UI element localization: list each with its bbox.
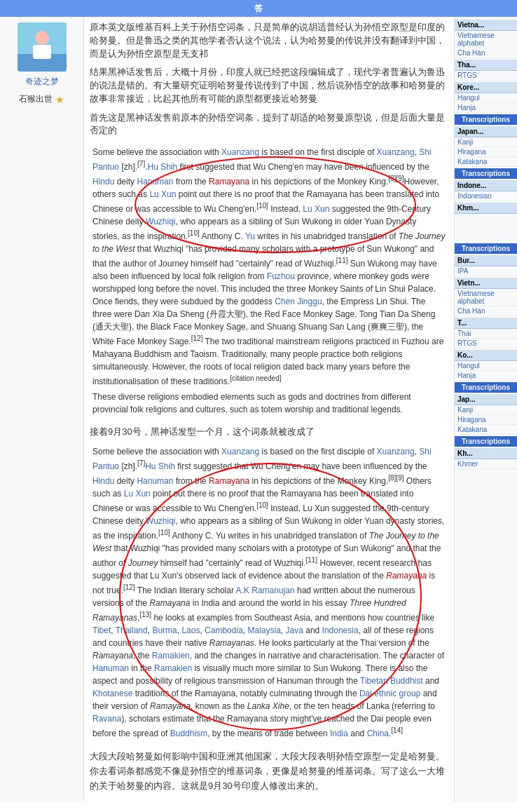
- rs-header-indonesian: Indone...: [455, 180, 517, 191]
- rs-item-hangul[interactable]: Hangul: [455, 93, 517, 103]
- link-lu-xun[interactable]: Lu Xun: [149, 189, 176, 199]
- top-bar-label: 答: [254, 3, 263, 15]
- link-ramakien[interactable]: Ramakien: [152, 651, 190, 661]
- link-xuanzang-2[interactable]: Xuanzang: [377, 147, 415, 157]
- wiki-text-1: Some believe the association with Xuanza…: [90, 143, 448, 421]
- link-wuzhiqi-2[interactable]: Wuzhiqi: [146, 516, 175, 526]
- link-india[interactable]: India: [330, 729, 348, 738]
- rs-header-khmer-2: Kh...: [455, 448, 517, 459]
- link-wuzhiqi[interactable]: Wuzhiqi: [146, 217, 175, 226]
- link-hu-shih-2[interactable]: Hu Shih: [145, 461, 175, 471]
- svg-point-2: [35, 31, 49, 45]
- rs-item-khmer[interactable]: Khmer: [455, 459, 517, 469]
- rs-transcriptions-1: Transcriptions: [455, 114, 517, 125]
- sidebar-sub-label: 石猴出世: [19, 93, 53, 105]
- username-label[interactable]: 奇迹之梦: [25, 76, 59, 88]
- rs-item-hiragana-2[interactable]: Hiragana: [455, 415, 517, 425]
- link-ak-ramanujan[interactable]: A.K Ramanujan: [236, 586, 295, 595]
- rs-item-thai[interactable]: Thai: [455, 329, 517, 339]
- avatar: [18, 22, 67, 72]
- rs-item-katakana-2[interactable]: Katakana: [455, 425, 517, 435]
- bottom-comment: 大段大段哈努曼如何影响中国和亚洲其他国家，大段大段表明孙悟空原型一定是哈努曼。你…: [90, 750, 448, 793]
- link-buddhism[interactable]: Buddhism: [170, 729, 207, 738]
- sidebar-sub-item: 石猴出世 ★: [19, 93, 64, 105]
- wiki-text-2: Some believe the association with Xuanza…: [90, 442, 448, 745]
- link-lu-xun-3[interactable]: Lu Xun: [124, 489, 151, 499]
- link-thailand[interactable]: Thailand: [116, 625, 148, 635]
- rs-header-japan: Japan...: [455, 126, 517, 137]
- rs-item-cha-han-2[interactable]: Cha Hán: [455, 306, 517, 316]
- rs-item-hiragana[interactable]: Hiragana: [455, 147, 517, 157]
- link-fuzhou[interactable]: Fuzhou: [267, 271, 295, 281]
- link-tibet[interactable]: Tibet: [92, 625, 111, 635]
- rs-item-cha-han[interactable]: Cha Hán: [455, 48, 517, 58]
- link-hanuman-2[interactable]: Hanuman: [137, 476, 173, 486]
- link-malaysia[interactable]: Malaysia: [247, 625, 280, 635]
- rs-item-viet-alpha-2[interactable]: Vietnamese alphabet: [455, 289, 517, 306]
- link-dai[interactable]: Dai ethnic group: [359, 689, 420, 698]
- link-china[interactable]: China: [367, 729, 389, 738]
- link-hanuman[interactable]: Hanuman: [137, 177, 173, 187]
- link-indonesia[interactable]: Indonesia: [322, 625, 359, 635]
- rs-header-thai: Tha...: [455, 60, 517, 71]
- rs-transcriptions-4: Transcriptions: [455, 382, 517, 393]
- rs-item-hangul-2[interactable]: Hangul: [455, 361, 517, 371]
- intro-text-2: 结果黑神话发售后，大概十月份，印度人就已经把这段编辑成了，现代学者普遍认为鲁迅的…: [90, 66, 448, 105]
- rs-item-hanja-2[interactable]: Hanja: [455, 371, 517, 381]
- rs-item-kanji[interactable]: Kanji: [455, 137, 517, 147]
- rs-header-jap-2: Jap...: [455, 394, 517, 405]
- link-xuanzang-4[interactable]: Xuanzang: [377, 447, 415, 456]
- rs-item-viet-alpha[interactable]: Vietnamese alphabet: [455, 31, 517, 48]
- rs-header-burmese: Bur...: [455, 255, 517, 266]
- anthony-text: Anthony: [201, 231, 232, 241]
- link-burma[interactable]: Burma: [152, 625, 177, 635]
- rs-item-kanji-2[interactable]: Kanji: [455, 405, 517, 415]
- link-yu[interactable]: Yu: [245, 231, 255, 241]
- rs-item-rtgs[interactable]: RTGS: [455, 71, 517, 81]
- link-lu-xun-2[interactable]: Lu Xun: [303, 204, 329, 214]
- rs-item-ipa[interactable]: IPA: [455, 266, 517, 276]
- link-java[interactable]: Java: [286, 625, 303, 635]
- rs-section-jap-2: Jap... Kanji Hiragana Katakana: [455, 394, 517, 435]
- rs-section-burmese: Bur... IPA: [455, 255, 517, 276]
- rs-section-japan: Japan... Kanji Hiragana Katakana: [455, 126, 517, 167]
- link-ramayana-2[interactable]: Ramayana: [209, 476, 249, 486]
- link-hanuman-3[interactable]: Hanuman: [92, 663, 129, 673]
- left-sidebar: 奇迹之梦 石猴出世 ★: [0, 17, 84, 801]
- rs-section-t: T... Thai RTGS: [455, 318, 517, 349]
- rs-section-vietnamese: Vietna... Vietnamese alphabet Cha Hán: [455, 20, 517, 58]
- rs-item-katakana[interactable]: Katakana: [455, 157, 517, 167]
- link-ramayana[interactable]: Ramayana: [209, 177, 249, 187]
- rs-section-thai: Tha... RTGS: [455, 60, 517, 81]
- link-ramakien-2[interactable]: Ramakien: [154, 663, 192, 673]
- rs-header-t: T...: [455, 318, 517, 329]
- intro-text-1: 原本英文版维基百科上关于孙悟空词条，只是简单的说胡适普经认为孙悟空原型是印度的哈…: [90, 21, 448, 60]
- link-ramayana-3[interactable]: Ramayana: [386, 571, 427, 581]
- rs-header-vietnamese: Vietna...: [455, 20, 517, 31]
- rs-header-korean: Kore...: [455, 82, 517, 93]
- link-laos[interactable]: Laos: [181, 625, 200, 635]
- rs-section-transcriptions-2: Transcriptions: [455, 168, 517, 179]
- svg-rect-3: [33, 45, 51, 59]
- link-xuanzang-1[interactable]: Xuanzang: [221, 147, 259, 157]
- link-chen-jinggu[interactable]: Chen Jinggu: [275, 297, 322, 306]
- link-tibetan-buddhist[interactable]: Tibetan Buddhist: [360, 676, 423, 686]
- link-xuanzang-3[interactable]: Xuanzang: [221, 447, 259, 456]
- rs-section-viet-2: Vietn... Vietnamese alphabet Cha Hán: [455, 278, 517, 316]
- rs-section-transcriptions-1: Transcriptions: [455, 114, 517, 125]
- link-hindu-2[interactable]: Hindu: [92, 476, 114, 486]
- link-khotanese[interactable]: Khotanese: [92, 689, 132, 698]
- rs-item-rtgs-2[interactable]: RTGS: [455, 339, 517, 349]
- link-cambodia[interactable]: Cambodia: [205, 625, 243, 635]
- link-hu-shih[interactable]: Hu Shih: [148, 162, 178, 172]
- wiki-section-2: Some believe the association with Xuanza…: [90, 442, 448, 745]
- rs-item-hanja[interactable]: Hanja: [455, 103, 517, 113]
- link-ravana[interactable]: Ravana: [92, 714, 121, 724]
- avatar-image: [18, 22, 67, 72]
- rs-transcriptions-2: Transcriptions: [455, 168, 517, 179]
- comment-text-1: 接着9月30号，黑神话发型一个月，这个词条就被改成了: [90, 426, 448, 438]
- rs-header-viet-2: Vietn...: [455, 278, 517, 289]
- main-layout: 奇迹之梦 石猴出世 ★ 原本英文版维基百科上关于孙悟空词条，只是简单的说胡适普经…: [0, 17, 517, 801]
- rs-item-indonesian[interactable]: Indonesian: [455, 191, 517, 201]
- link-hindu[interactable]: Hindu: [92, 177, 114, 187]
